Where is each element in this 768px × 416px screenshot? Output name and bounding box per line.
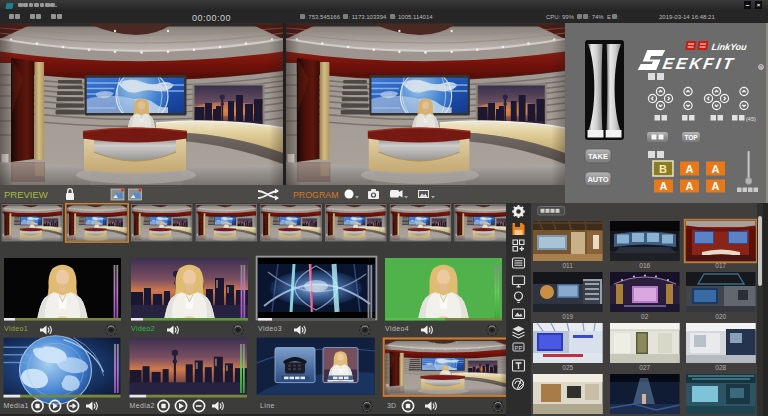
svg-text:Media2: Media2	[130, 402, 155, 409]
svg-text:019: 019	[562, 313, 573, 320]
svg-text:02: 02	[641, 313, 649, 320]
svg-text:(45): (45)	[746, 116, 756, 122]
svg-text:EEKFIT: EEKFIT	[661, 54, 737, 72]
svg-text:017: 017	[715, 262, 726, 269]
svg-text:A: A	[686, 163, 694, 175]
svg-text:020: 020	[715, 313, 726, 320]
svg-text:Video3: Video3	[258, 325, 282, 332]
svg-text:TOP: TOP	[684, 134, 698, 141]
svg-text:PREVIEW: PREVIEW	[4, 189, 48, 200]
svg-text:025: 025	[562, 364, 573, 371]
svg-text:3D: 3D	[387, 402, 396, 409]
svg-text:011: 011	[563, 262, 574, 269]
svg-text:PP: PP	[515, 345, 523, 351]
svg-text:Media1: Media1	[4, 402, 29, 409]
svg-text:028: 028	[715, 364, 726, 371]
svg-text:A: A	[712, 163, 720, 175]
svg-text:A: A	[686, 180, 694, 192]
svg-text:TAKE: TAKE	[588, 152, 608, 161]
svg-text:016: 016	[639, 262, 650, 269]
svg-text:AUTO: AUTO	[587, 175, 608, 184]
svg-text:R: R	[760, 65, 763, 70]
svg-text:A: A	[712, 180, 720, 192]
svg-text:B: B	[659, 163, 667, 175]
svg-text:Video4: Video4	[385, 325, 409, 332]
svg-text:027: 027	[639, 364, 650, 371]
svg-text:LinkYou: LinkYou	[711, 42, 748, 52]
svg-text:Video1: Video1	[4, 325, 28, 332]
svg-text:Line: Line	[260, 402, 275, 409]
svg-text:Video2: Video2	[131, 325, 155, 332]
svg-text:PROGRAM: PROGRAM	[293, 190, 338, 200]
svg-text:A: A	[660, 180, 668, 192]
